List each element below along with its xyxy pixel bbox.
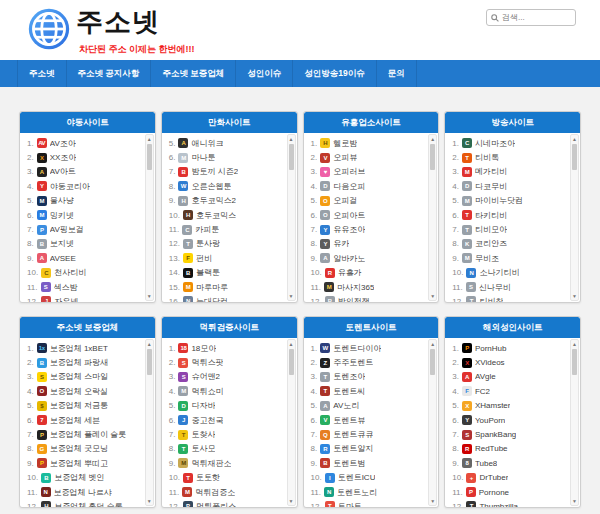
list-item[interactable]: 11.N보증업체 나르샤 <box>20 485 144 499</box>
list-item[interactable]: 7.Y유유조아 <box>304 222 428 236</box>
site-link[interactable]: 신나무비 <box>479 282 511 293</box>
site-link[interactable]: 밤토끼 시즌2 <box>191 166 238 177</box>
site-link[interactable]: 코리안즈 <box>475 238 507 249</box>
site-link[interactable]: 토렌트ICU <box>338 472 376 483</box>
list-item[interactable]: 7.T티비모아 <box>445 222 569 236</box>
list-item[interactable]: 3.S슈어맨2 <box>162 370 286 384</box>
list-item[interactable]: 10.+DrTuber <box>445 471 569 485</box>
list-item[interactable]: 11.M마사지365 <box>304 280 428 294</box>
site-link[interactable]: 다음오피 <box>333 181 365 192</box>
list-item[interactable]: 5.M물사냥 <box>20 194 144 208</box>
site-link[interactable]: 보증업체 굿모닝 <box>50 443 108 454</box>
list-item[interactable]: 5.O오피걸 <box>304 194 428 208</box>
list-item[interactable]: 11.PPornone <box>445 485 569 499</box>
scroll-up-icon[interactable]: ▲ <box>571 340 578 348</box>
scroll-up-icon[interactable]: ▲ <box>288 340 295 348</box>
list-item[interactable]: 9.8Tube8 <box>445 456 569 470</box>
list-item[interactable]: 8.W오른손웹툰 <box>162 179 286 193</box>
site-link[interactable]: DrTuber <box>479 473 508 482</box>
site-link[interactable]: AV조아 <box>50 138 76 149</box>
site-link[interactable]: 오피러브 <box>333 166 365 177</box>
scrollbar[interactable]: ▲ ▼ <box>287 339 296 506</box>
scroll-thumb[interactable] <box>147 349 152 375</box>
site-link[interactable]: 먹튀검증소 <box>195 487 235 498</box>
list-item[interactable]: 10.H호두코믹스 <box>162 208 286 222</box>
site-link[interactable]: 보증업체 저금통 <box>50 400 108 411</box>
site-link[interactable]: 밤의전쟁 <box>338 296 370 302</box>
list-item[interactable]: 6.YYouPorn <box>445 413 569 427</box>
list-item[interactable]: 3.♥오피러브 <box>304 165 428 179</box>
site-link[interactable]: XX조아 <box>50 152 77 163</box>
list-item[interactable]: 8.B보지넷 <box>20 237 144 251</box>
scroll-thumb[interactable] <box>289 349 294 375</box>
site-link[interactable]: 블랙툰 <box>196 267 220 278</box>
site-link[interactable]: 천사티비 <box>54 267 86 278</box>
list-item[interactable]: 6.V토렌트뷰 <box>304 413 428 427</box>
list-item[interactable]: 4.T토렌트씨 <box>304 384 428 398</box>
list-item[interactable]: 4.D다음오피 <box>304 179 428 193</box>
list-item[interactable]: 12.TThumbzilla <box>445 499 569 507</box>
site-link[interactable]: 마나툰 <box>191 152 215 163</box>
list-item[interactable]: 11.M먹튀검증소 <box>162 485 286 499</box>
list-item[interactable]: 13.F펀비 <box>162 251 286 265</box>
nav-item[interactable]: 주소넷 보증업체 <box>151 60 236 87</box>
site-link[interactable]: 먹튀폴리스 <box>196 501 236 507</box>
site-link[interactable]: 밍키넷 <box>50 210 74 221</box>
list-item[interactable]: 5.XXHamster <box>445 399 569 413</box>
list-item[interactable]: 5.D다자바 <box>162 399 286 413</box>
site-link[interactable]: 보증업체 오락실 <box>50 386 108 397</box>
list-item[interactable]: 4.M먹튀쇼미 <box>162 384 286 398</box>
list-item[interactable]: 3.AAVgle <box>445 370 569 384</box>
site-link[interactable]: PornHub <box>475 344 507 353</box>
list-item[interactable]: 1.PPornHub <box>445 341 569 355</box>
site-link[interactable]: 토사모 <box>191 443 215 454</box>
site-link[interactable]: 보증업체 나르샤 <box>54 487 112 498</box>
list-item[interactable]: 1.C시네마조아 <box>445 136 569 150</box>
list-item[interactable]: 6.M밍키넷 <box>20 208 144 222</box>
site-link[interactable]: 보증업체 홀덤 슬롯 <box>54 501 122 507</box>
site-link[interactable]: XVideos <box>475 358 505 367</box>
list-item[interactable]: 12.T토마토 <box>304 499 428 507</box>
scroll-up-icon[interactable]: ▲ <box>288 135 295 143</box>
scroll-up-icon[interactable]: ▲ <box>429 135 436 143</box>
scrollbar[interactable]: ▲ ▼ <box>145 134 154 301</box>
list-item[interactable]: 9.M무비조 <box>445 251 569 265</box>
list-item[interactable]: 1.W토렌트다이아 <box>304 341 428 355</box>
list-item[interactable]: 4.O보증업체 오락실 <box>20 384 144 398</box>
site-link[interactable]: 먹튀쇼미 <box>191 386 223 397</box>
list-item[interactable]: 9.H호두코믹스2 <box>162 194 286 208</box>
site-link[interactable]: 유유조아 <box>333 224 365 235</box>
search-input[interactable] <box>502 13 571 22</box>
list-item[interactable]: 12.P먹튀폴리스 <box>162 499 286 507</box>
site-link[interactable]: 보증업체 파랑새 <box>50 357 108 368</box>
list-item[interactable]: 8.K코리안즈 <box>445 237 569 251</box>
site-link[interactable]: AV아트 <box>50 166 76 177</box>
list-item[interactable]: 8.G보증업체 굿모닝 <box>20 442 144 456</box>
list-item[interactable]: 6.T타키티비 <box>445 208 569 222</box>
site-link[interactable]: 보증업체 스마일 <box>50 371 108 382</box>
site-link[interactable]: Thumbzilla <box>479 502 518 507</box>
site-link[interactable]: AV노리 <box>333 400 359 411</box>
site-link[interactable]: 야동코리아 <box>50 181 90 192</box>
list-item[interactable]: 9.P보증업체 뿌띠고 <box>20 456 144 470</box>
site-link[interactable]: 늑대닷컴 <box>196 296 228 302</box>
site-link[interactable]: 마사지365 <box>337 282 374 293</box>
site-link[interactable]: 헬로밤 <box>333 138 357 149</box>
site-link[interactable]: 애니위크 <box>191 138 223 149</box>
list-item[interactable]: 8.RRedTube <box>445 442 569 456</box>
site-link[interactable]: 자유넷 <box>54 296 78 302</box>
site-link[interactable]: 펀비 <box>196 253 212 264</box>
list-item[interactable]: 14.B블랙툰 <box>162 266 286 280</box>
site-link[interactable]: 보증업체 플레이 슬롯 <box>50 429 126 440</box>
list-item[interactable]: 7.T토찾사 <box>162 427 286 441</box>
site-link[interactable]: 중고천국 <box>191 415 223 426</box>
list-item[interactable]: 4.FFC2 <box>445 384 569 398</box>
list-item[interactable]: 7.SSpankBang <box>445 427 569 441</box>
site-link[interactable]: RedTube <box>475 444 508 453</box>
site-link[interactable]: 툰사랑 <box>196 238 220 249</box>
list-item[interactable]: 2.S먹튀스팟 <box>162 355 286 369</box>
site-link[interactable]: 먹튀재판소 <box>191 458 231 469</box>
site-link[interactable]: AV핑보걸 <box>50 224 84 235</box>
list-item[interactable]: 4.Y야동코리아 <box>20 179 144 193</box>
list-item[interactable]: 10.R유흥가 <box>304 266 428 280</box>
